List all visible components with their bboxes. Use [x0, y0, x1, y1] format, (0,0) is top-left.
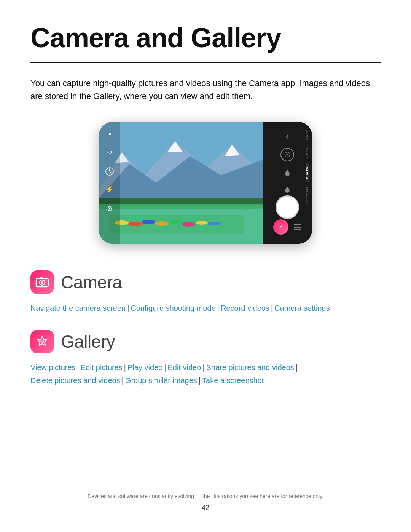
gyro-btn [280, 148, 294, 161]
svg-text:✦: ✦ [107, 131, 112, 137]
bixby-icon: ✳ [278, 223, 284, 231]
camera-app-icon [30, 270, 54, 294]
mode-strip: MORE VIDEO PHOTO PORTRAIT [302, 122, 312, 244]
svg-text:⚡: ⚡ [105, 185, 114, 193]
link-view-pictures[interactable]: View pictures [30, 363, 76, 372]
phone-device: ✦ 4:3 ⚡ ⚙ [99, 122, 312, 244]
svg-point-33 [40, 340, 44, 343]
link-navigate-camera[interactable]: Navigate the camera screen [30, 304, 126, 312]
svg-point-17 [208, 222, 220, 225]
svg-text:⚙: ⚙ [107, 205, 113, 212]
shutter-button[interactable] [276, 195, 299, 219]
camera-section-header: Camera [30, 270, 381, 294]
page-number: 42 [0, 502, 411, 514]
svg-rect-18 [99, 122, 120, 244]
gallery-app-icon [30, 330, 54, 353]
phone-screen: ✦ 4:3 ⚡ ⚙ [99, 122, 263, 244]
svg-point-27 [287, 154, 288, 155]
svg-point-11 [128, 222, 142, 226]
gallery-section-header: Gallery [30, 330, 381, 353]
link-take-screenshot[interactable]: Take a screenshot [202, 376, 264, 385]
camera-controls-panel: MORE VIDEO PHOTO PORTRAIT ✳ [263, 122, 312, 244]
footer: Devices and software are constantly evol… [0, 492, 411, 514]
link-delete-pictures[interactable]: Delete pictures and videos [30, 376, 120, 385]
svg-point-12 [142, 220, 155, 224]
svg-rect-8 [99, 206, 263, 209]
link-camera-settings[interactable]: Camera settings [274, 304, 330, 312]
mode-portrait: PORTRAIT [306, 182, 309, 208]
page-title: Camera and Gallery [30, 23, 381, 53]
effect-icon [282, 167, 293, 178]
svg-point-15 [182, 222, 195, 227]
sparkle-icon [282, 184, 293, 195]
link-play-video[interactable]: Play video [127, 363, 162, 372]
link-record-videos[interactable]: Record videos [221, 304, 269, 312]
intro-paragraph: You can capture high-quality pictures an… [30, 77, 381, 103]
mode-photo: PHOTO [306, 163, 309, 182]
footer-note: Devices and software are constantly evol… [0, 492, 411, 501]
gallery-svg-icon [35, 335, 49, 348]
section-divider [30, 62, 381, 63]
camera-bottom-row: ✳ [273, 219, 301, 238]
chevron-left-icon [282, 131, 293, 142]
svg-point-16 [196, 221, 208, 225]
camera-links: Navigate the camera screen|Configure sho… [30, 302, 381, 315]
gallery-links: View pictures|Edit pictures|Play video|E… [30, 361, 381, 387]
gallery-section-title: Gallery [61, 331, 115, 352]
camera-section-title: Camera [61, 272, 122, 292]
link-edit-video[interactable]: Edit video [168, 363, 201, 372]
svg-point-32 [46, 280, 47, 281]
mode-video: VIDEO [306, 144, 309, 162]
svg-text:4:3: 4:3 [107, 150, 112, 155]
link-share-pictures[interactable]: Share pictures and videos [206, 363, 294, 372]
menu-lines-icon [294, 224, 301, 230]
camera-svg-icon [35, 275, 49, 289]
svg-point-30 [41, 281, 43, 284]
link-edit-pictures[interactable]: Edit pictures [81, 363, 123, 372]
camera-scene: ✦ 4:3 ⚡ ⚙ [99, 122, 263, 244]
camera-top-icons [280, 128, 294, 195]
svg-point-13 [155, 221, 169, 226]
link-group-images[interactable]: Group similar images [125, 376, 197, 385]
mode-more: MORE [306, 126, 309, 144]
link-configure-shooting[interactable]: Configure shooting mode [131, 304, 215, 312]
svg-point-14 [168, 220, 182, 225]
svg-rect-31 [40, 277, 43, 279]
bixby-button[interactable]: ✳ [273, 219, 288, 235]
phone-illustration: ✦ 4:3 ⚡ ⚙ [30, 122, 381, 244]
